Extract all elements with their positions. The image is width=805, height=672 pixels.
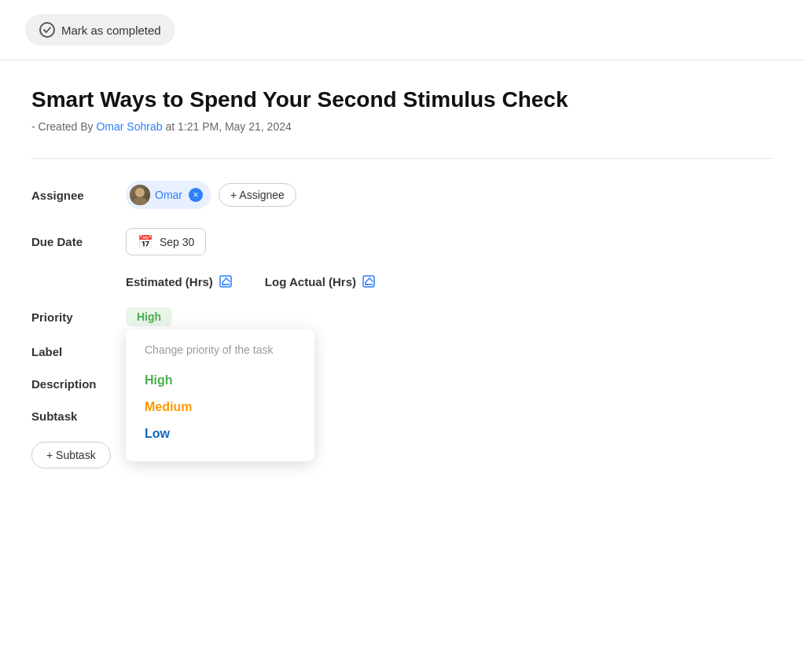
due-date-value: Sep 30 [160,236,194,248]
priority-dropdown: Change priority of the task High Medium … [126,329,314,461]
priority-label: Priority [31,310,126,324]
task-meta: - Created By Omar Sohrab at 1:21 PM, May… [31,120,774,133]
checkmark-svg [42,25,52,35]
estimated-hrs-label: Estimated (Hrs) [126,275,213,288]
assignee-avatar [130,185,150,205]
calendar-icon: 📅 [138,234,153,249]
assignee-row: Assignee Omar × + Assignee [31,181,774,209]
add-assignee-button[interactable]: + Assignee [219,183,296,207]
dropdown-title: Change priority of the task [145,343,296,356]
label-label: Label [31,345,126,358]
assignee-name: Omar [155,189,182,201]
log-actual-hrs-item: Log Actual (Hrs) [265,274,377,288]
svg-line-2 [222,278,226,282]
top-bar: Mark as completed [0,0,805,61]
priority-option-low[interactable]: Low [145,420,296,447]
due-date-button[interactable]: 📅 Sep 30 [126,228,206,255]
created-by-prefix: - Created By [31,120,94,133]
author-link[interactable]: Omar Sohrab [96,120,162,133]
svg-line-3 [226,278,230,281]
created-at: at 1:21 PM, May 21, 2024 [165,120,291,133]
check-circle-icon [39,22,55,38]
log-actual-hrs-edit-icon[interactable] [362,274,377,288]
hours-row: Estimated (Hrs) Log Actual (Hrs) [126,274,774,288]
estimated-hours-item: Estimated (Hrs) [126,274,233,288]
assignee-label: Assignee [31,189,126,202]
log-actual-hrs-label: Log Actual (Hrs) [265,275,356,288]
priority-row: Priority High Change priority of the tas… [31,307,774,326]
priority-badge[interactable]: High [126,307,172,326]
due-date-content: 📅 Sep 30 [126,228,206,255]
task-title: Smart Ways to Spend Your Second Stimulus… [31,86,774,114]
add-assignee-label: + Assignee [230,189,285,201]
due-date-row: Due Date 📅 Sep 30 [31,228,774,255]
assignee-chip[interactable]: Omar × [126,181,211,209]
divider [31,158,774,159]
avatar-img [130,185,150,205]
assignee-content: Omar × + Assignee [126,181,296,209]
priority-option-medium[interactable]: Medium [145,394,296,420]
subtask-label: Subtask [31,409,126,423]
main-content: Smart Ways to Spend Your Second Stimulus… [0,61,805,494]
priority-content: High Change priority of the task High Me… [126,307,172,326]
mark-completed-label: Mark as completed [61,24,161,37]
svg-line-6 [366,278,369,282]
svg-line-7 [369,278,373,281]
add-subtask-button[interactable]: + Subtask [31,442,111,468]
remove-assignee-button[interactable]: × [189,188,203,202]
due-date-label: Due Date [31,235,126,248]
mark-completed-button[interactable]: Mark as completed [25,14,175,46]
priority-option-high[interactable]: High [145,367,296,394]
estimated-hrs-edit-icon[interactable] [219,274,233,288]
add-subtask-label: + Subtask [46,449,96,461]
description-label: Description [31,377,126,391]
